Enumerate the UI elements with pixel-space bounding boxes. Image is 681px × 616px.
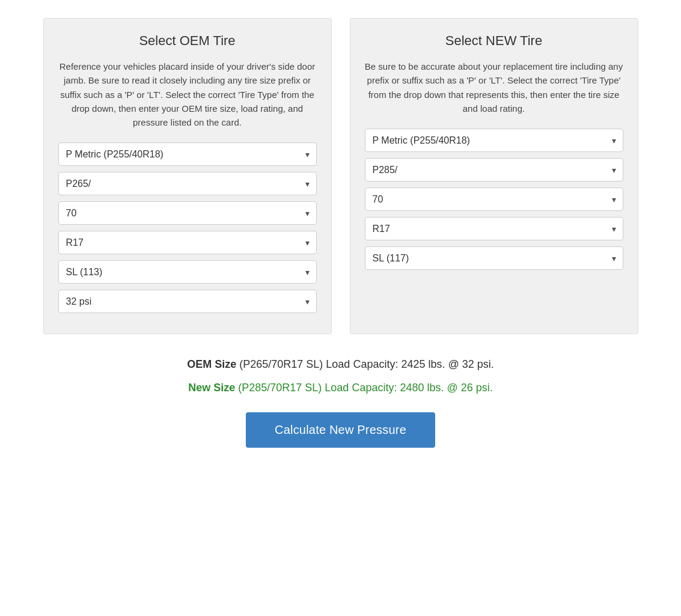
- new-aspect-select[interactable]: 70: [365, 188, 623, 211]
- results-section: OEM Size (P265/70R17 SL) Load Capacity: …: [24, 358, 657, 448]
- oem-result-label: OEM Size: [187, 358, 236, 370]
- new-load-wrapper: SL (117): [365, 246, 623, 270]
- oem-load-wrapper: SL (113): [58, 260, 317, 284]
- oem-width-wrapper: P265/: [58, 172, 317, 195]
- oem-panel-description: Reference your vehicles placard inside o…: [58, 59, 317, 129]
- oem-rim-wrapper: R17: [58, 231, 317, 254]
- new-tire-type-wrapper: P Metric (P255/40R18): [365, 129, 623, 152]
- oem-aspect-wrapper: 70: [58, 201, 317, 225]
- new-panel: Select NEW Tire Be sure to be accurate a…: [350, 18, 638, 334]
- new-result-detail: (P285/70R17 SL) Load Capacity: 2480 lbs.…: [235, 382, 493, 394]
- new-width-select[interactable]: P285/: [365, 158, 623, 181]
- oem-panel-title: Select OEM Tire: [58, 33, 317, 49]
- oem-pressure-wrapper: 32 psi: [58, 290, 317, 313]
- oem-result-detail: (P265/70R17 SL) Load Capacity: 2425 lbs.…: [236, 358, 494, 370]
- oem-result-line: OEM Size (P265/70R17 SL) Load Capacity: …: [24, 358, 657, 371]
- oem-load-select[interactable]: SL (113): [58, 260, 317, 284]
- oem-panel: Select OEM Tire Reference your vehicles …: [43, 18, 332, 334]
- oem-width-select[interactable]: P265/: [58, 172, 317, 195]
- oem-pressure-select[interactable]: 32 psi: [58, 290, 317, 313]
- panels-container: Select OEM Tire Reference your vehicles …: [24, 18, 657, 334]
- new-rim-wrapper: R17: [365, 217, 623, 240]
- new-panel-description: Be sure to be accurate about your replac…: [365, 59, 623, 115]
- oem-tire-type-select[interactable]: P Metric (P255/40R18): [58, 142, 317, 166]
- new-result-label: New Size: [188, 382, 235, 394]
- oem-rim-select[interactable]: R17: [58, 231, 317, 254]
- new-result-line: New Size (P285/70R17 SL) Load Capacity: …: [24, 382, 657, 394]
- new-rim-select[interactable]: R17: [365, 217, 623, 240]
- new-load-select[interactable]: SL (117): [365, 246, 623, 270]
- new-panel-title: Select NEW Tire: [365, 33, 623, 49]
- oem-aspect-select[interactable]: 70: [58, 201, 317, 225]
- new-aspect-wrapper: 70: [365, 188, 623, 211]
- new-tire-type-select[interactable]: P Metric (P255/40R18): [365, 129, 623, 152]
- calculate-button[interactable]: Calculate New Pressure: [246, 412, 435, 448]
- oem-tire-type-wrapper: P Metric (P255/40R18): [58, 142, 317, 166]
- new-width-wrapper: P285/: [365, 158, 623, 181]
